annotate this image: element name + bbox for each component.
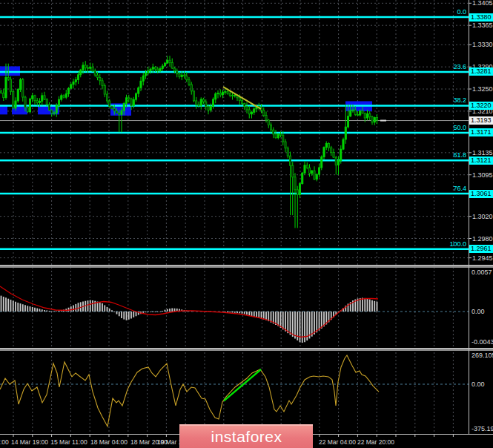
time-label: 22 Mar 04:00 (319, 438, 356, 446)
candle-body (164, 63, 165, 66)
candle-body (186, 76, 188, 79)
candle-body (251, 112, 252, 113)
candle-body (347, 116, 348, 127)
candle-body (357, 115, 358, 116)
price-tag-1.3171: 1.3171 (469, 128, 493, 136)
price-tick-label: 1.3365 (472, 22, 493, 29)
price-tick-label: 1.2980 (472, 235, 493, 243)
grid-layer (0, 0, 469, 435)
cci-scale-label: 269.105 (472, 352, 493, 359)
candle-body (58, 99, 59, 105)
price-tag-1.3061: 1.3061 (469, 190, 493, 198)
candle-body (154, 67, 156, 69)
candle-body (229, 93, 231, 95)
price-tick-label: 1.3330 (472, 41, 493, 48)
price-tick-label: 1.3135 (472, 149, 493, 157)
candle-body (85, 65, 86, 67)
fibonacci-lines-layer (0, 17, 469, 249)
candle-body (48, 105, 50, 111)
fib-label-50.0: 50.0 (453, 124, 466, 131)
candle-body (277, 134, 279, 138)
fib-label-23.6: 23.6 (453, 63, 466, 70)
candle-body (279, 134, 281, 135)
candle-body (217, 93, 219, 94)
candle-body (297, 190, 298, 195)
candle-body (10, 79, 11, 92)
candle-body (67, 88, 69, 93)
candle-body (215, 94, 216, 99)
macd-scale-label: 0.0057 (472, 269, 492, 276)
candle-body (140, 81, 142, 88)
price-tick-label: 1.2945 (472, 254, 493, 262)
candle-body (109, 101, 110, 106)
candle-body (181, 75, 182, 76)
price-tag-1.3281: 1.3281 (469, 67, 493, 76)
candle-body (22, 79, 24, 97)
cci-scale-label: -375.197 (472, 425, 493, 432)
candle-body (3, 93, 4, 97)
candle-body (34, 96, 36, 101)
frame-layer (0, 0, 493, 437)
candle-body (340, 149, 342, 160)
price-tag-1.3193: 1.3193 (469, 116, 493, 125)
instaforex-logo-text: instaforex (211, 428, 282, 446)
candle-body (352, 110, 354, 111)
candle-body (159, 69, 161, 71)
candle-body (314, 171, 315, 179)
candle-body (263, 111, 265, 116)
candle-body (299, 184, 300, 195)
candle-body (188, 80, 190, 85)
candle-body (304, 165, 305, 173)
candle-body (210, 106, 211, 110)
candle-body (36, 101, 38, 103)
candle-body (29, 99, 30, 111)
candle-body (254, 109, 255, 113)
candle-body (369, 113, 371, 116)
fib-label-38.2: 38.2 (453, 96, 466, 104)
price-tick-label: 1.3020 (472, 213, 493, 220)
candle-body (179, 74, 180, 77)
candle-body (130, 99, 132, 105)
candle-body (51, 111, 53, 113)
candle-body (142, 76, 144, 81)
candle-body (15, 101, 16, 108)
candle-body (196, 101, 197, 105)
candle-body (294, 177, 296, 190)
chart-canvas (0, 0, 493, 448)
fib-label-76.4: 76.4 (453, 185, 466, 192)
candle-body (113, 109, 115, 111)
candle-body (80, 70, 82, 75)
candle-body (7, 77, 9, 79)
fib-label-100.0: 100.0 (449, 240, 466, 248)
candle-body (244, 104, 245, 107)
candle-body (289, 156, 291, 165)
candle-body (121, 111, 122, 114)
candle-body (111, 106, 113, 108)
candle-body (302, 173, 303, 183)
candle-body (42, 96, 43, 102)
candle-body (32, 96, 33, 99)
candle-body (212, 99, 214, 106)
instaforex-watermark: instaforex (179, 424, 313, 448)
candle-body (44, 96, 45, 99)
candle-body (318, 168, 320, 174)
candle-body (273, 130, 274, 134)
candle-body (148, 71, 149, 73)
candle-body (116, 111, 117, 113)
trading-chart-screen: 1.34051.33651.33301.32901.32501.32101.31… (0, 0, 493, 448)
candle-body (337, 161, 339, 165)
candle-body (193, 91, 194, 101)
cci-scale-label: 0.00 (472, 381, 485, 388)
time-label: 22 Mar 20:00 (357, 438, 394, 446)
candle-body (65, 94, 67, 98)
candle-body (374, 117, 375, 122)
price-tick-label: 1.3250 (472, 85, 493, 93)
candle-body (157, 69, 159, 70)
candle-body (202, 99, 204, 102)
candle-body (125, 98, 127, 104)
candle-body (265, 115, 267, 119)
macd-scale-label: 0.00 (472, 308, 485, 315)
candle-body (335, 157, 337, 165)
candle-body (241, 101, 242, 104)
candle-body (287, 148, 288, 156)
